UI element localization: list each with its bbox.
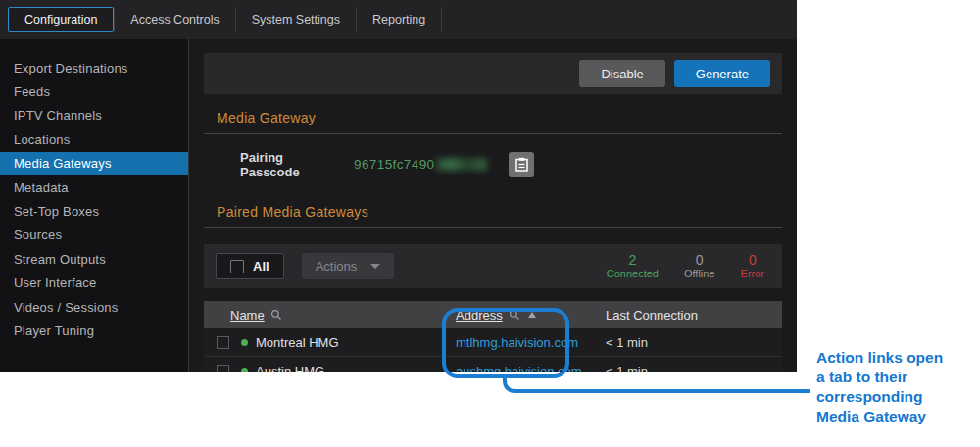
callout-text-line: Action links open: [816, 348, 978, 368]
sidebar-item-export-destinations[interactable]: Export Destinations: [0, 56, 188, 79]
gateways-table: Name Address Last Connection: [204, 301, 782, 372]
sidebar-item-player-tuning[interactable]: Player Tuning: [0, 319, 188, 342]
media-gateway-section-title: Media Gateway: [204, 103, 782, 134]
column-header-last-connection: Last Connection: [606, 308, 782, 323]
last-connection-column-label: Last Connection: [606, 308, 698, 323]
gateway-name: Austin HMG: [256, 364, 324, 373]
last-connection-value: < 1 min: [606, 364, 782, 373]
gateway-address-link[interactable]: aushmg.haivision.com: [456, 364, 582, 372]
search-icon[interactable]: [270, 309, 282, 321]
page: Configuration Access Controls System Set…: [0, 0, 980, 447]
chevron-down-icon: [370, 264, 380, 269]
sidebar-item-videos-sessions[interactable]: Videos / Sessions: [0, 295, 188, 319]
gateway-address-link[interactable]: mtlhmg.haivision.com: [456, 335, 578, 350]
disable-button[interactable]: Disable: [579, 60, 664, 87]
error-count-label: Error: [741, 268, 764, 280]
callout-connector-line: [503, 377, 810, 393]
status-counts: 2 Connected 0 Offline 0 Error: [607, 252, 770, 280]
copy-passcode-button[interactable]: [509, 152, 534, 177]
actions-label: Actions: [316, 259, 358, 273]
sidebar-item-stream-outputs[interactable]: Stream Outputs: [0, 247, 188, 271]
offline-count-label: Offline: [684, 268, 715, 280]
status-connected-dot: [241, 339, 248, 346]
top-nav: Configuration Access Controls System Set…: [0, 0, 797, 39]
address-column-label[interactable]: Address: [456, 308, 503, 323]
offline-count: 0 Offline: [684, 252, 715, 280]
callout-text-line: corresponding: [816, 387, 978, 407]
generate-button[interactable]: Generate: [674, 60, 770, 87]
row-checkbox[interactable]: [217, 365, 229, 373]
sidebar-item-locations[interactable]: Locations: [0, 127, 188, 151]
table-row: Montreal HMG mtlhmg.haivision.com < 1 mi…: [204, 328, 782, 357]
pairing-passcode-row: Pairing Passcode 96715fc7490: [204, 151, 782, 177]
sort-ascending-icon[interactable]: [528, 312, 536, 318]
paired-media-gateways-section-title: Paired Media Gateways: [204, 197, 782, 228]
tab-configuration[interactable]: Configuration: [8, 7, 114, 32]
column-header-name[interactable]: Name: [230, 308, 456, 323]
connected-count: 2 Connected: [607, 252, 659, 280]
pairing-passcode-label: Pairing Passcode: [240, 150, 340, 179]
callout-text-line: a tab to their: [816, 368, 978, 387]
callout-text: Action links open a tab to their corresp…: [816, 348, 978, 426]
pairing-passcode-redacted-blur: [436, 158, 487, 171]
app-window: Configuration Access Controls System Set…: [0, 0, 797, 372]
sidebar: Export Destinations Feeds IPTV Channels …: [0, 39, 189, 372]
sidebar-item-set-top-boxes[interactable]: Set-Top Boxes: [0, 199, 188, 223]
table-header: Name Address Last Connection: [204, 301, 782, 328]
callout-text-line: Media Gateway: [816, 407, 978, 426]
nav-divider: [441, 7, 442, 32]
select-all-label: All: [253, 259, 270, 273]
tab-system-settings[interactable]: System Settings: [236, 7, 356, 32]
row-checkbox[interactable]: [217, 336, 229, 349]
pairing-passcode-value: 96715fc7490: [354, 157, 434, 172]
sidebar-item-feeds[interactable]: Feeds: [0, 79, 188, 103]
column-header-address[interactable]: Address: [456, 308, 606, 323]
tab-reporting[interactable]: Reporting: [357, 7, 441, 32]
connected-count-value: 2: [607, 252, 659, 268]
select-all-checkbox[interactable]: [230, 260, 244, 273]
select-all-button[interactable]: All: [216, 253, 284, 279]
error-count: 0 Error: [741, 252, 764, 280]
sidebar-item-media-gateways[interactable]: Media Gateways: [0, 152, 188, 175]
action-toolbar: Disable Generate: [204, 53, 782, 94]
clipboard-icon: [515, 157, 528, 172]
status-connected-dot: [241, 368, 248, 373]
connected-count-label: Connected: [607, 268, 659, 280]
sidebar-item-iptv-channels[interactable]: IPTV Channels: [0, 104, 188, 127]
last-connection-value: < 1 min: [606, 335, 782, 350]
list-toolbar: All Actions 2 Connected 0 Offline: [204, 244, 782, 288]
search-icon[interactable]: [509, 309, 520, 321]
offline-count-value: 0: [684, 252, 715, 268]
actions-dropdown[interactable]: Actions: [302, 253, 395, 279]
sidebar-item-sources[interactable]: Sources: [0, 224, 188, 247]
tab-access-controls[interactable]: Access Controls: [115, 7, 234, 32]
name-column-label[interactable]: Name: [230, 308, 265, 323]
main-content: Disable Generate Media Gateway Pairing P…: [189, 39, 797, 372]
sidebar-item-metadata[interactable]: Metadata: [0, 175, 188, 199]
table-row: Austin HMG aushmg.haivision.com < 1 min: [204, 357, 782, 372]
error-count-value: 0: [741, 252, 764, 268]
gateway-name: Montreal HMG: [256, 335, 339, 350]
sidebar-item-user-interface[interactable]: User Interface: [0, 272, 188, 295]
